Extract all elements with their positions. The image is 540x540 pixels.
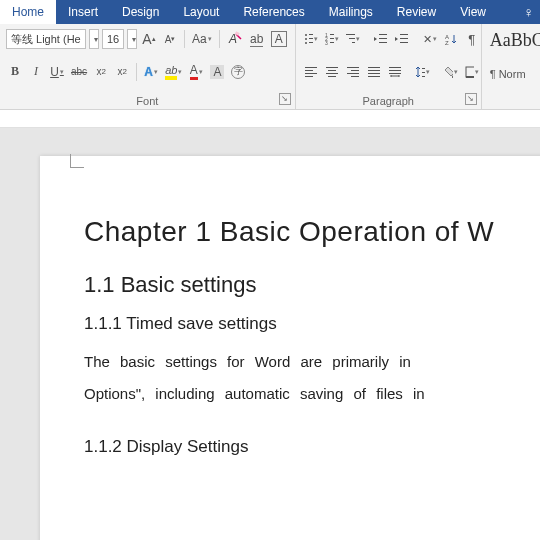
align-right-button[interactable] (344, 62, 362, 82)
svg-point-4 (305, 38, 307, 40)
svg-rect-39 (368, 73, 380, 74)
ruler[interactable] (0, 110, 540, 128)
show-marks-button[interactable]: ¶ (463, 29, 481, 49)
svg-rect-22 (400, 42, 408, 43)
heading-3a[interactable]: 1.1.1 Timed save settings (84, 314, 540, 334)
strikethrough-button[interactable]: abc (69, 62, 89, 82)
svg-rect-3 (309, 34, 313, 35)
tab-layout[interactable]: Layout (171, 0, 231, 24)
svg-rect-32 (328, 76, 336, 77)
increase-font-button[interactable]: A▴ (140, 29, 158, 49)
line-spacing-button[interactable]: ▾ (414, 62, 432, 82)
svg-rect-27 (305, 73, 317, 74)
distribute-button[interactable] (386, 62, 404, 82)
highlight-button[interactable]: ab▾ (163, 62, 184, 82)
svg-rect-15 (349, 38, 355, 39)
svg-rect-18 (379, 38, 387, 39)
font-color-button[interactable]: A▾ (187, 62, 205, 82)
tab-references[interactable]: References (231, 0, 316, 24)
svg-rect-7 (309, 42, 313, 43)
page[interactable]: Chapter 1 Basic Operation of W 1.1 Basic… (40, 156, 540, 540)
text-effects-button[interactable]: A▾ (142, 62, 160, 82)
tell-me-icon[interactable]: ♀ (518, 0, 541, 24)
heading-3b[interactable]: 1.1.2 Display Settings (84, 437, 540, 457)
svg-rect-44 (422, 68, 425, 69)
phonetic-guide-button[interactable]: ab (248, 29, 266, 49)
tab-insert[interactable]: Insert (56, 0, 110, 24)
group-font: 等线 Light (He▾ 16▾ A▴ A▾ Aa▾ A ab A B I U… (0, 24, 296, 109)
sort-button[interactable]: AZ (442, 29, 460, 49)
group-paragraph: ▾ 123▾ ▾ ✕▾ AZ ¶ ▾ ▾ ▾ Paragraph ↘ (296, 24, 482, 109)
svg-rect-13 (330, 42, 334, 43)
char-shading-button[interactable]: A (208, 62, 226, 82)
subscript-button[interactable]: x2 (92, 62, 110, 82)
ribbon: 等线 Light (He▾ 16▾ A▴ A▾ Aa▾ A ab A B I U… (0, 24, 540, 110)
document-area: Chapter 1 Basic Operation of W 1.1 Basic… (0, 128, 540, 540)
font-dialog-launcher[interactable]: ↘ (279, 93, 291, 105)
svg-rect-26 (305, 70, 313, 71)
svg-rect-9 (330, 34, 334, 35)
group-styles: AaBbC ¶ Norm (482, 24, 540, 109)
svg-rect-5 (309, 38, 313, 39)
heading-1[interactable]: Chapter 1 Basic Operation of W (84, 216, 540, 248)
svg-text:Z: Z (445, 40, 449, 45)
svg-text:3: 3 (325, 40, 328, 45)
decrease-indent-button[interactable] (372, 29, 390, 49)
svg-rect-37 (368, 67, 380, 68)
char-border-button[interactable]: A (269, 29, 289, 49)
ribbon-tabs: Home Insert Design Layout References Mai… (0, 0, 540, 24)
svg-rect-45 (422, 72, 425, 73)
italic-button[interactable]: I (27, 62, 45, 82)
heading-2[interactable]: 1.1 Basic settings (84, 272, 540, 298)
font-size-combo[interactable]: 16 (102, 29, 124, 49)
font-size-dropdown[interactable]: ▾ (127, 29, 137, 49)
font-group-label: Font (6, 93, 289, 107)
svg-rect-47 (466, 67, 474, 77)
font-name-combo[interactable]: 等线 Light (He (6, 29, 86, 49)
font-name-dropdown[interactable]: ▾ (89, 29, 99, 49)
increase-indent-button[interactable] (393, 29, 411, 49)
style-preview[interactable]: AaBbC (488, 28, 540, 53)
multilevel-list-button[interactable]: ▾ (344, 29, 362, 49)
svg-rect-21 (400, 38, 408, 39)
svg-rect-28 (305, 76, 313, 77)
tab-view[interactable]: View (448, 0, 498, 24)
enclose-char-button[interactable]: 字 (229, 62, 247, 82)
svg-rect-29 (326, 67, 338, 68)
tab-review[interactable]: Review (385, 0, 448, 24)
svg-rect-25 (305, 67, 317, 68)
tab-home[interactable]: Home (0, 0, 56, 24)
shading-button[interactable]: ▾ (442, 62, 460, 82)
svg-rect-38 (368, 70, 380, 71)
svg-point-6 (305, 42, 307, 44)
style-normal[interactable]: ¶ Norm (488, 68, 540, 80)
svg-rect-30 (328, 70, 336, 71)
svg-rect-31 (326, 73, 338, 74)
underline-button[interactable]: U▾ (48, 62, 66, 82)
svg-rect-19 (379, 42, 387, 43)
change-case-button[interactable]: Aa▾ (190, 29, 214, 49)
svg-rect-42 (389, 70, 401, 71)
tab-mailings[interactable]: Mailings (317, 0, 385, 24)
svg-point-2 (305, 34, 307, 36)
decrease-font-button[interactable]: A▾ (161, 29, 179, 49)
svg-rect-11 (330, 38, 334, 39)
body-text[interactable]: The basic settings for Word are primaril… (84, 346, 540, 409)
bullets-button[interactable]: ▾ (302, 29, 320, 49)
paragraph-group-label: Paragraph (302, 93, 475, 107)
svg-rect-34 (351, 70, 359, 71)
tab-design[interactable]: Design (110, 0, 171, 24)
align-center-button[interactable] (323, 62, 341, 82)
bold-button[interactable]: B (6, 62, 24, 82)
svg-rect-35 (347, 73, 359, 74)
superscript-button[interactable]: x2 (113, 62, 131, 82)
svg-rect-16 (352, 42, 355, 43)
borders-button[interactable]: ▾ (463, 62, 481, 82)
clear-formatting-button[interactable]: A (225, 29, 245, 49)
numbering-button[interactable]: 123▾ (323, 29, 341, 49)
align-left-button[interactable] (302, 62, 320, 82)
justify-button[interactable] (365, 62, 383, 82)
paragraph-dialog-launcher[interactable]: ↘ (465, 93, 477, 105)
margin-corner-icon (70, 154, 84, 168)
asian-layout-button[interactable]: ✕▾ (421, 29, 439, 49)
